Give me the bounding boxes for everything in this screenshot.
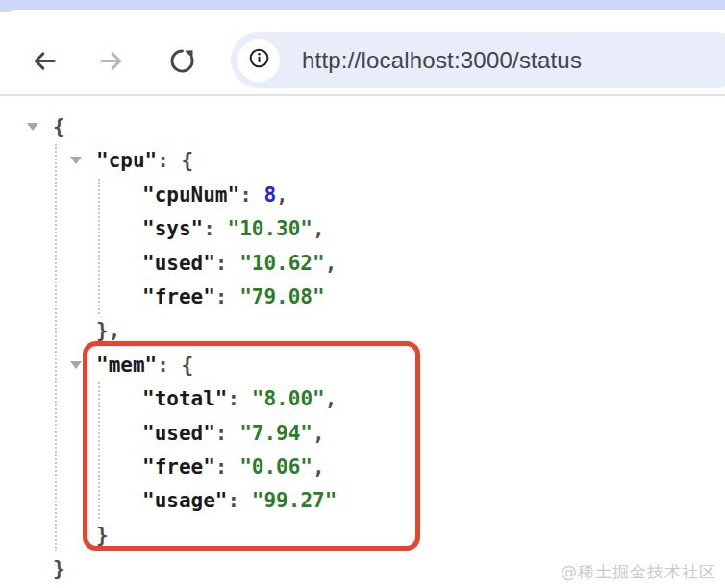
json-token-str: "7.94" (239, 422, 312, 445)
json-token-punct: : (215, 252, 239, 275)
json-token-str: "99.27" (252, 489, 338, 512)
json-token-punct: { (53, 115, 65, 138)
json-line: "mem": { (0, 349, 725, 382)
json-token-punct: : { (157, 354, 193, 377)
json-token-punct: , (312, 422, 325, 445)
json-token-punct: : { (157, 149, 193, 172)
watermark: @稀土掘金技术社区 (561, 561, 716, 583)
browser-window: http://localhost:3000/status {"cpu": {"c… (0, 0, 725, 588)
json-token-str: "0.06" (239, 455, 312, 478)
json-token-str: "8.00" (252, 387, 325, 410)
json-token-punct: , (325, 252, 338, 275)
json-token-key: "cpu" (96, 149, 157, 172)
json-token-punct: , (276, 184, 288, 207)
json-line: "total": "8.00", (0, 382, 725, 416)
json-line: } (0, 519, 725, 552)
json-token-str: "10.30" (228, 217, 313, 240)
json-line: "usage": "99.27" (0, 484, 725, 518)
collapse-toggle-icon[interactable] (70, 157, 82, 164)
json-token-key: "mem" (96, 354, 157, 377)
address-bar[interactable]: http://localhost:3000/status (231, 32, 725, 88)
json-viewer: {"cpu": {"cpuNum": 8,"sys": "10.30","use… (0, 96, 725, 588)
json-token-key: "usage" (142, 489, 228, 512)
json-token-punct: : (215, 285, 239, 308)
json-token-punct: , (312, 455, 325, 478)
reload-button[interactable] (165, 46, 198, 79)
json-line: }, (0, 314, 725, 348)
site-info-button[interactable] (238, 39, 280, 82)
json-line: "free": "79.08" (0, 281, 725, 314)
json-token-punct: : (215, 422, 239, 445)
json-token-punct: : (215, 455, 239, 478)
json-token-key: "free" (142, 285, 215, 308)
json-line: { (0, 110, 725, 144)
json-tree: {"cpu": {"cpuNum": 8,"sys": "10.30","use… (0, 110, 725, 586)
json-token-key: "used" (142, 422, 215, 445)
arrow-right-icon (97, 46, 127, 79)
arrow-left-icon (29, 46, 59, 79)
url-text[interactable]: http://localhost:3000/status (302, 47, 582, 74)
json-line: "free": "0.06", (0, 451, 725, 484)
collapse-toggle-icon[interactable] (27, 123, 38, 131)
json-line: "cpuNum": 8, (0, 179, 725, 212)
json-token-key: "cpuNum" (142, 184, 239, 207)
json-line: "sys": "10.30", (0, 212, 725, 246)
json-token-punct: } (53, 557, 65, 580)
json-token-punct: : (203, 217, 227, 240)
forward-button[interactable] (95, 46, 128, 79)
json-token-key: "free" (142, 455, 215, 478)
json-token-punct: : (228, 489, 252, 512)
json-token-punct: : (239, 184, 263, 207)
json-token-key: "used" (142, 252, 215, 275)
browser-toolbar: http://localhost:3000/status (0, 10, 725, 94)
json-token-punct: , (312, 217, 325, 240)
json-line: "cpu": { (0, 144, 725, 178)
json-token-punct: , (325, 387, 338, 410)
json-line: "used": "7.94", (0, 417, 725, 451)
json-token-str: "10.62" (239, 252, 325, 275)
reload-icon (168, 47, 196, 78)
json-token-str: "79.08" (239, 285, 325, 308)
json-token-key: "total" (142, 387, 228, 410)
json-token-num: 8 (263, 184, 276, 207)
json-token-punct: } (96, 524, 109, 547)
collapse-toggle-icon[interactable] (70, 361, 82, 369)
back-button[interactable] (27, 46, 60, 79)
json-line: "used": "10.62", (0, 247, 725, 281)
json-token-key: "sys" (142, 217, 203, 240)
info-icon (248, 47, 270, 73)
json-token-punct: : (228, 387, 252, 410)
json-token-punct: }, (96, 319, 120, 342)
